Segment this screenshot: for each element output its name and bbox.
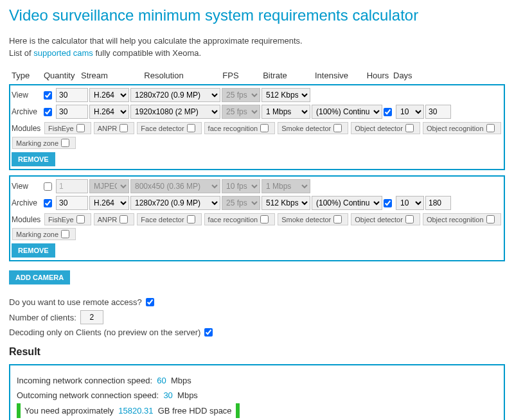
archive-hours-checkbox[interactable]	[384, 108, 392, 116]
archive-bitrate-select[interactable]: 512 Kbps	[261, 196, 310, 210]
hdd-line: You need approximately 15820.31 GB free …	[17, 403, 240, 418]
module-anpr[interactable]: ANPR	[94, 122, 135, 134]
archive-hours-select[interactable]: 10	[396, 196, 424, 210]
view-label: View	[12, 182, 42, 191]
view-bitrate-select[interactable]: 1 Mbps	[261, 179, 310, 193]
module-object-recognition[interactable]: Object recognition	[423, 213, 501, 225]
column-headers: Type Quantity Stream Resolution FPS Bitr…	[9, 67, 505, 84]
view-stream-select[interactable]: H.264	[89, 88, 129, 102]
archive-bitrate-select[interactable]: 1 Mbps	[261, 105, 310, 119]
module-face-detector[interactable]: Face detector	[137, 122, 201, 134]
add-camera-button[interactable]: ADD CAMERA	[9, 270, 70, 284]
decode-label: Decoding only on Clients (no preview on …	[9, 328, 200, 337]
archive-qty-input[interactable]	[56, 196, 88, 210]
archive-res-select[interactable]: 1920x1080 (2 MP)	[130, 105, 220, 119]
archive-fps-select[interactable]: 25 fps	[222, 105, 260, 119]
module-smoke-detector[interactable]: Smoke detector	[278, 122, 348, 134]
archive-res-select[interactable]: 1280x720 (0.9 MP)	[130, 196, 220, 210]
module-fisheye[interactable]: FishEye	[44, 213, 91, 225]
view-checkbox[interactable]	[44, 182, 52, 191]
result-heading: Result	[9, 346, 505, 358]
result-box: Incoming network connection speed: 60 Mb…	[9, 364, 505, 420]
clients-label: Number of clients:	[9, 313, 76, 322]
camera-block-2: View MJPEG 800x450 (0.36 MP) 10 fps 1 Mb…	[9, 175, 505, 261]
supported-cams-link[interactable]: supported cams	[33, 48, 93, 58]
module-marking-zone[interactable]: Marking zone	[12, 228, 76, 240]
module-face-recognition[interactable]: face recognition	[204, 122, 276, 134]
archive-stream-select[interactable]: H.264	[89, 196, 129, 210]
remote-access-label: Do you want to use remote access?	[9, 297, 142, 307]
archive-days-input[interactable]	[425, 196, 451, 210]
module-face-recognition[interactable]: face recognition	[204, 213, 276, 225]
modules-label: Modules	[12, 124, 42, 133]
archive-qty-input[interactable]	[56, 105, 88, 119]
remote-access-checkbox[interactable]	[146, 298, 154, 306]
clients-input[interactable]	[80, 310, 103, 324]
decode-checkbox[interactable]	[204, 328, 213, 337]
remove-button[interactable]: REMOVE	[12, 152, 55, 166]
intro-line-1: Here is the calculator that will help yo…	[9, 36, 505, 46]
archive-intensive-select[interactable]: (100%) Continu	[312, 105, 382, 119]
archive-checkbox[interactable]	[44, 108, 52, 116]
archive-label: Archive	[12, 198, 42, 207]
page-title: Video surveillance minimum system requir…	[9, 6, 505, 24]
module-marking-zone[interactable]: Marking zone	[12, 137, 76, 149]
view-qty-input[interactable]	[56, 88, 88, 102]
archive-checkbox[interactable]	[44, 199, 52, 207]
archive-days-input[interactable]	[425, 105, 451, 119]
module-object-recognition[interactable]: Object recognition	[423, 122, 501, 134]
view-qty-input[interactable]	[56, 179, 88, 193]
incoming-speed-value: 60	[157, 376, 166, 385]
hdd-value: 15820.31	[118, 406, 153, 416]
view-fps-select[interactable]: 10 fps	[222, 179, 260, 193]
outgoing-speed-value: 30	[163, 390, 172, 400]
view-checkbox[interactable]	[44, 91, 52, 100]
module-anpr[interactable]: ANPR	[94, 213, 135, 225]
remove-button[interactable]: REMOVE	[12, 243, 55, 258]
intro-line-2: List of supported cams fully compatible …	[9, 48, 505, 58]
archive-fps-select[interactable]: 25 fps	[222, 196, 260, 210]
view-stream-select[interactable]: MJPEG	[89, 179, 129, 193]
archive-label: Archive	[12, 107, 42, 116]
archive-stream-select[interactable]: H.264	[89, 105, 129, 119]
modules-label: Modules	[12, 215, 42, 224]
view-fps-select[interactable]: 25 fps	[222, 88, 260, 102]
module-face-detector[interactable]: Face detector	[137, 213, 201, 225]
view-label: View	[12, 91, 42, 100]
archive-hours-checkbox[interactable]	[384, 199, 392, 207]
module-fisheye[interactable]: FishEye	[44, 122, 91, 134]
camera-block-1: View H.264 1280x720 (0.9 MP) 25 fps 512 …	[9, 84, 505, 170]
view-res-select[interactable]: 800x450 (0.36 MP)	[130, 179, 220, 193]
view-res-select[interactable]: 1280x720 (0.9 MP)	[130, 88, 220, 102]
archive-hours-select[interactable]: 10	[396, 105, 424, 119]
view-bitrate-select[interactable]: 512 Kbps	[261, 88, 310, 102]
module-object-detector[interactable]: Object detector	[351, 213, 420, 225]
archive-intensive-select[interactable]: (100%) Continu	[312, 196, 382, 210]
module-smoke-detector[interactable]: Smoke detector	[278, 213, 348, 225]
module-object-detector[interactable]: Object detector	[351, 122, 420, 134]
